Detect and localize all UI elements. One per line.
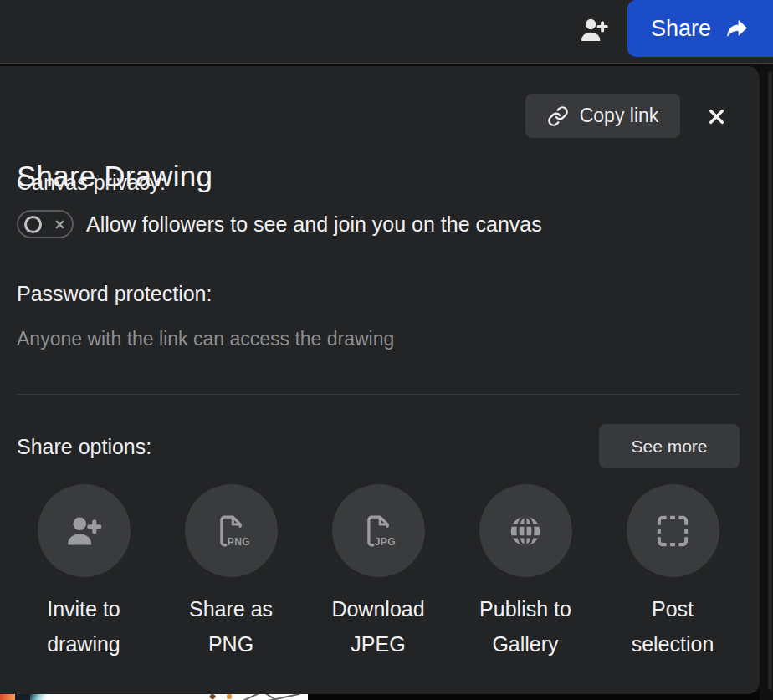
option-label-line1: Download: [331, 597, 424, 621]
share-options-row: Invite to drawing PNG Share as PNG: [37, 484, 719, 662]
copy-link-button[interactable]: Copy link: [525, 94, 680, 138]
canvas-privacy-description: Allow followers to see and join you on t…: [86, 212, 542, 237]
option-label: Invite to drawing: [10, 591, 157, 662]
option-label: Publish to Gallery: [452, 591, 599, 662]
option-label-line1: Post: [652, 597, 694, 621]
share-button-label: Share: [651, 16, 711, 42]
file-ext-badge: JPG: [375, 536, 396, 548]
divider: [17, 394, 740, 395]
scrollbar[interactable]: [768, 71, 772, 690]
option-label: Post selection: [599, 591, 746, 662]
share-drawing-modal: Share Drawing Copy link Canvas privacy: …: [0, 66, 760, 694]
share-option-publish-to-gallery[interactable]: Publish to Gallery: [479, 484, 572, 662]
share-options-label: Share options:: [17, 435, 151, 459]
share-option-share-as-png[interactable]: PNG Share as PNG: [184, 484, 278, 662]
option-circle: [627, 484, 719, 577]
canvas-privacy-row: Allow followers to see and join you on t…: [17, 210, 542, 238]
option-label-line1: Publish to: [479, 597, 571, 621]
option-circle: JPG: [332, 484, 425, 577]
person-add-icon: [64, 511, 104, 551]
option-circle: [479, 484, 572, 577]
share-option-invite-to-drawing[interactable]: Invite to drawing: [37, 484, 131, 662]
page-gutter: [760, 66, 773, 700]
close-button[interactable]: [703, 103, 729, 130]
option-label-line2: drawing: [47, 632, 120, 656]
canvas-sketch-mark: [209, 693, 216, 700]
globe-icon: [506, 512, 545, 550]
option-circle: [38, 484, 131, 577]
close-x-icon: [706, 106, 727, 127]
file-ext-badge: PNG: [228, 536, 250, 548]
option-label: Download JPEG: [305, 591, 452, 662]
option-label-line1: Share as: [189, 597, 273, 621]
share-option-post-selection[interactable]: Post selection: [626, 484, 719, 662]
toggle-knob: [24, 216, 42, 233]
add-collaborator-button[interactable]: [572, 8, 616, 52]
canvas-sketch-mark: [227, 693, 232, 699]
share-option-download-jpeg[interactable]: JPG Download JPEG: [331, 484, 425, 662]
see-more-button[interactable]: See more: [599, 424, 740, 468]
canvas-privacy-label: Canvas privacy:: [17, 171, 166, 195]
option-label-line2: Gallery: [492, 632, 558, 656]
password-protection-description: Anyone with the link can access the draw…: [17, 328, 394, 350]
share-arrow-icon: [724, 16, 750, 41]
option-label-line2: JPEG: [351, 632, 405, 656]
link-icon: [547, 105, 569, 127]
file-jpg-icon: JPG: [359, 512, 397, 550]
option-circle: PNG: [185, 484, 278, 577]
file-png-icon: PNG: [212, 512, 250, 550]
password-protection-label: Password protection:: [17, 282, 212, 306]
topbar: Share: [0, 0, 773, 64]
copy-link-label: Copy link: [580, 105, 659, 127]
canvas-privacy-toggle[interactable]: [17, 210, 74, 238]
person-add-icon: [578, 14, 610, 46]
selection-frame-icon: [654, 513, 691, 549]
option-label-line1: Invite to: [47, 597, 120, 621]
option-label-line2: PNG: [208, 632, 253, 656]
option-label: Share as PNG: [157, 591, 305, 662]
share-button[interactable]: Share: [627, 0, 773, 57]
toggle-off-x-icon: [54, 218, 66, 231]
option-label-line2: selection: [632, 632, 714, 656]
